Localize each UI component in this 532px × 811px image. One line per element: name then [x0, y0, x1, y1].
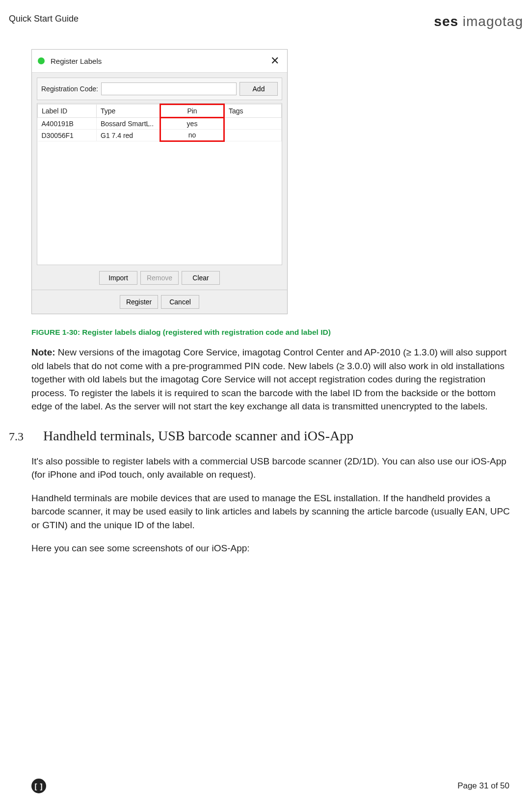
cell-id: D30056F1: [38, 130, 97, 141]
cancel-button[interactable]: Cancel: [161, 295, 199, 309]
import-button[interactable]: Import: [99, 271, 137, 285]
note-label: Note:: [31, 347, 55, 357]
col-type[interactable]: Type: [97, 105, 160, 118]
register-labels-dialog: Register Labels ✕ Registration Code: Add…: [31, 49, 288, 314]
table-row[interactable]: D30056F1 G1 7.4 red no: [38, 130, 282, 141]
status-dot-icon: [38, 57, 45, 64]
footer-button-row: Register Cancel: [32, 290, 287, 314]
inner-button-row: Import Remove Clear: [37, 265, 282, 290]
cell-type: G1 7.4 red: [97, 130, 160, 141]
note-text: New versions of the imagotag Core Servic…: [31, 347, 506, 411]
dialog-titlebar: Register Labels ✕: [32, 50, 287, 73]
clear-button[interactable]: Clear: [182, 271, 220, 285]
cell-tags: [224, 118, 282, 130]
cell-type: Bossard SmartL..: [97, 118, 160, 130]
register-button[interactable]: Register: [120, 295, 158, 309]
brand-logo: ses imagotag: [434, 14, 523, 29]
logo-imagotag: imagotag: [463, 14, 523, 29]
remove-button[interactable]: Remove: [140, 271, 179, 285]
cell-tags: [224, 130, 282, 141]
page-number: Page 31 of 50: [457, 781, 509, 791]
doc-title: Quick Start Guide: [9, 14, 79, 24]
logo-ses: ses: [434, 14, 458, 29]
registration-row: Registration Code: Add: [37, 78, 282, 100]
figure-caption: FIGURE 1-30: Register labels dialog (reg…: [31, 328, 513, 337]
section-number: 7.3: [9, 430, 31, 443]
table-row[interactable]: A400191B Bossard SmartL.. yes: [38, 118, 282, 130]
col-tags[interactable]: Tags: [224, 105, 282, 118]
note-paragraph: Note: New versions of the imagotag Core …: [31, 346, 513, 413]
dialog-title: Register Labels: [51, 57, 268, 65]
section-title: Handheld terminals, USB barcode scanner …: [43, 428, 353, 444]
body-paragraph: Here you can see some screenshots of our…: [31, 541, 513, 555]
cell-id: A400191B: [38, 118, 97, 130]
close-icon[interactable]: ✕: [268, 54, 281, 67]
add-button[interactable]: Add: [239, 82, 278, 96]
body-paragraph: Handheld terminals are mobile devices th…: [31, 491, 513, 532]
registration-code-label: Registration Code:: [41, 85, 98, 93]
registration-code-input[interactable]: [101, 82, 237, 95]
cell-pin: no: [160, 130, 224, 141]
labels-table: Label ID Type Pin Tags A400191B Bossard …: [37, 103, 282, 265]
footer-brackets-icon: [ ]: [31, 779, 46, 793]
col-pin[interactable]: Pin: [160, 105, 224, 118]
body-paragraph: It's also possible to register labels wi…: [31, 455, 513, 482]
cell-pin: yes: [160, 118, 224, 130]
col-label-id[interactable]: Label ID: [38, 105, 97, 118]
